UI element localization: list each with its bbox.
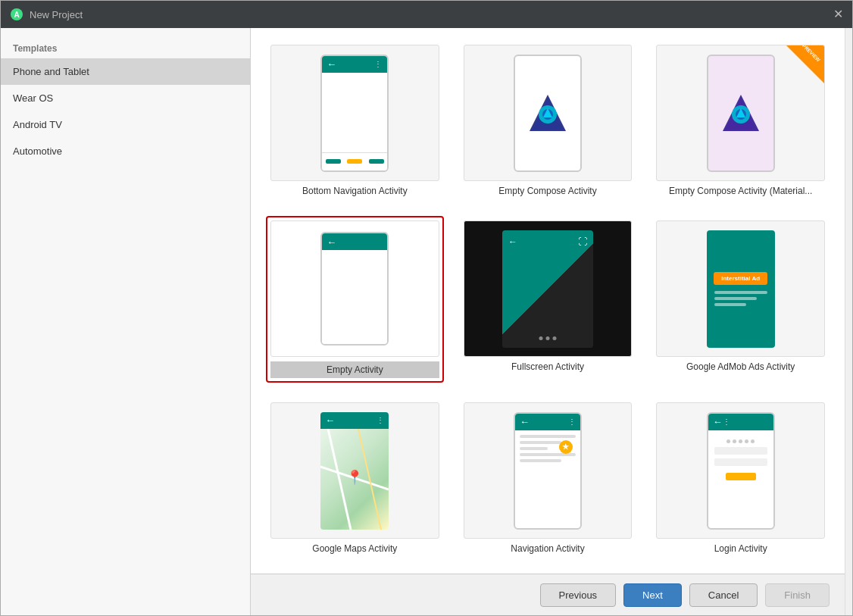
template-preview-empty-compose <box>464 45 633 181</box>
template-preview-empty-activity: ← <box>270 220 439 357</box>
new-project-window: A New Project ✕ Templates Phone and Tabl… <box>0 0 853 616</box>
template-preview-bottom-nav: ← ⋮ <box>270 45 439 181</box>
template-label-empty-compose: Empty Compose Activity <box>498 186 596 196</box>
template-card-empty-activity[interactable]: ← Empty Activity <box>266 216 444 383</box>
content-area: ← ⋮ Bottom Naviga <box>251 28 845 615</box>
sidebar: Templates Phone and Tablet Wear OS Andro… <box>1 28 251 615</box>
template-label-login: Login Activity <box>714 543 767 554</box>
compose-logo-icon <box>523 89 572 137</box>
sidebar-item-wear-os[interactable]: Wear OS <box>1 85 250 111</box>
previous-button[interactable]: Previous <box>540 583 617 607</box>
template-card-maps[interactable]: ← ⋮ <box>266 398 444 558</box>
sidebar-section-label: Templates <box>1 37 250 58</box>
window-title: New Project <box>30 9 83 20</box>
template-card-admob[interactable]: Interstitial Ad Google AdMob Ads Activit… <box>651 216 830 383</box>
template-preview-maps: ← ⋮ <box>270 402 439 539</box>
compose-material-logo-icon <box>717 89 765 137</box>
template-label-admob: Google AdMob Ads Activity <box>686 361 795 372</box>
app-icon: A <box>10 8 23 21</box>
template-preview-fullscreen: ← ⛶ <box>464 220 633 357</box>
svg-text:A: A <box>14 11 19 19</box>
fullscreen-expand-icon: ⛶ <box>578 236 587 247</box>
template-preview-admob: Interstitial Ad <box>656 220 825 357</box>
title-bar-left: A New Project <box>10 8 83 21</box>
template-label-bottom-nav: Bottom Navigation Activity <box>302 186 408 196</box>
template-card-empty-compose-material[interactable]: PREVIEW Empty Compose Activity (Material… <box>651 40 830 201</box>
template-preview-empty-compose-material: PREVIEW <box>656 45 825 181</box>
template-card-fullscreen[interactable]: ← ⛶ Fullscreen Activity <box>459 216 637 383</box>
sidebar-item-automotive[interactable]: Automotive <box>1 138 250 164</box>
close-button[interactable]: ✕ <box>833 8 843 20</box>
template-card-bottom-nav[interactable]: ← ⋮ Bottom Naviga <box>266 40 444 201</box>
sidebar-item-phone-tablet[interactable]: Phone and Tablet <box>1 58 250 85</box>
main-content: Templates Phone and Tablet Wear OS Andro… <box>1 28 852 615</box>
template-preview-notifications: ← ⋮ <box>464 402 633 539</box>
template-grid: ← ⋮ Bottom Naviga <box>266 40 830 558</box>
cancel-button[interactable]: Cancel <box>689 583 758 607</box>
fab-icon: ★ <box>559 440 573 454</box>
template-label-notifications: Navigation Activity <box>511 543 584 554</box>
template-label-fullscreen: Fullscreen Activity <box>511 361 584 372</box>
template-label-empty-activity: Empty Activity <box>270 361 439 378</box>
finish-button: Finish <box>765 583 830 607</box>
admob-ad-badge: Interstitial Ad <box>714 272 767 285</box>
preview-badge-triangle <box>786 45 824 83</box>
template-card-notifications[interactable]: ← ⋮ <box>459 398 637 558</box>
footer: Previous Next Cancel Finish <box>251 574 845 615</box>
template-grid-area: ← ⋮ Bottom Naviga <box>251 28 845 574</box>
right-scrollbar[interactable] <box>845 28 852 615</box>
title-bar: A New Project ✕ <box>1 1 852 28</box>
template-card-login[interactable]: ← ⋮ <box>651 398 830 558</box>
sidebar-item-android-tv[interactable]: Android TV <box>1 111 250 138</box>
next-button[interactable]: Next <box>623 583 682 607</box>
template-preview-login: ← ⋮ <box>656 402 825 539</box>
template-label-empty-compose-material: Empty Compose Activity (Material... <box>669 186 812 196</box>
template-label-maps: Google Maps Activity <box>312 543 397 554</box>
template-card-empty-compose[interactable]: Empty Compose Activity <box>459 40 637 201</box>
